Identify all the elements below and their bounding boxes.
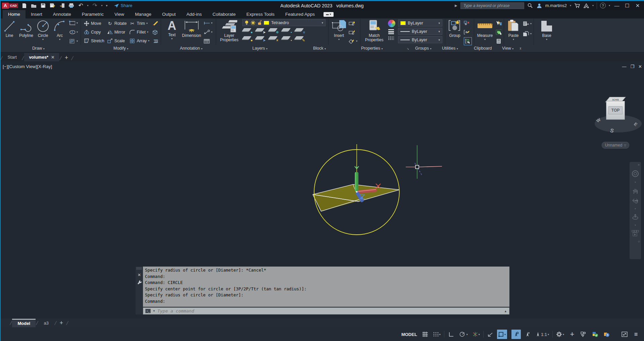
tab-annotate[interactable]: Annotate bbox=[48, 10, 77, 18]
utilities-panel-label[interactable]: Utilities ▾ bbox=[442, 46, 458, 51]
viewcube-top-face[interactable]: TOP bbox=[608, 106, 623, 114]
minimize-button[interactable]: — bbox=[613, 3, 621, 8]
group-edit-button[interactable] bbox=[464, 28, 472, 36]
annotation-panel-label[interactable]: Annotation ▾ bbox=[180, 46, 202, 51]
user-dropdown-icon[interactable]: ▾ bbox=[570, 4, 571, 7]
define-attributes-button[interactable]: ▾ bbox=[349, 38, 357, 45]
command-prompt-icon[interactable]: >_ bbox=[145, 309, 151, 313]
search-icon[interactable] bbox=[527, 3, 533, 9]
object-snap-toggle[interactable]: ▾ bbox=[497, 330, 507, 339]
dimension-button[interactable]: Dimension bbox=[182, 18, 201, 45]
new-drawing-tab-button[interactable]: + bbox=[62, 54, 71, 61]
block-panel-label[interactable]: Block ▾ bbox=[313, 46, 326, 51]
viewport-name-control[interactable]: Unnamed▽ bbox=[602, 142, 629, 149]
navigation-wheel-icon[interactable] bbox=[632, 170, 639, 177]
orbit-icon[interactable] bbox=[632, 214, 639, 220]
annotation-visibility-toggle[interactable] bbox=[511, 330, 521, 339]
layer-dropdown[interactable]: Tetraedro ▾ bbox=[242, 19, 326, 26]
tab-home[interactable]: Home bbox=[3, 10, 26, 18]
command-window-grip-icon[interactable]: ∷∷∷∷∷∷ bbox=[137, 267, 142, 270]
new-file-icon[interactable] bbox=[21, 3, 28, 9]
hatch-dropdown-icon[interactable]: ▾ bbox=[77, 40, 78, 42]
line-button[interactable]: Line bbox=[2, 18, 17, 45]
arc-dropdown-icon[interactable]: ▾ bbox=[59, 39, 60, 41]
tab-view[interactable]: View bbox=[109, 10, 130, 18]
paste-button[interactable]: Paste ▾ bbox=[506, 18, 521, 45]
annotation-scale-button[interactable]: 1:1▾ bbox=[534, 330, 550, 339]
text-button[interactable]: A Text ▾ bbox=[164, 18, 179, 45]
open-folder-icon[interactable] bbox=[31, 3, 37, 9]
circle-dropdown-icon[interactable]: ▾ bbox=[42, 39, 44, 41]
lineweight-dropdown[interactable]: ByLayer ▾ bbox=[398, 28, 442, 35]
measure-dropdown-icon[interactable]: ▾ bbox=[484, 39, 486, 41]
drawing-area[interactable]: [−][Custom View][X-Ray] — ❐ ✕ bbox=[0, 61, 644, 319]
navbar-close-icon[interactable]: ✕ bbox=[637, 163, 640, 167]
scale-button[interactable]: Scale bbox=[107, 37, 127, 45]
viewport-name-dropdown-icon[interactable]: ▽ bbox=[624, 144, 626, 147]
command-history[interactable]: Specify radius of circle or [Diameter]: … bbox=[143, 267, 509, 307]
clean-screen-button[interactable] bbox=[620, 330, 629, 339]
array-dropdown-icon[interactable]: ▾ bbox=[148, 40, 149, 42]
command-window-close-icon[interactable]: ✕ bbox=[138, 273, 141, 277]
stretch-button[interactable]: Stretch bbox=[84, 37, 104, 45]
search-input[interactable] bbox=[460, 2, 524, 9]
ungroup-button[interactable] bbox=[464, 19, 472, 27]
trim-button[interactable]: ✂Trim▾ bbox=[129, 19, 149, 27]
navigation-bar[interactable]: ✕ ▾ ▾ ▾ ⊖ bbox=[630, 162, 641, 259]
explode-icon[interactable] bbox=[152, 28, 158, 36]
leader-button[interactable]: ▾ bbox=[204, 28, 212, 36]
object-color-dropdown[interactable]: ByLayer ▾ bbox=[398, 19, 442, 26]
open-from-mobile-icon[interactable] bbox=[59, 3, 65, 9]
search-expand-icon[interactable]: ▶ bbox=[455, 4, 457, 7]
create-block-button[interactable] bbox=[349, 19, 357, 27]
linear-dimension-dropdown-icon[interactable]: ▾ bbox=[211, 22, 212, 24]
autodesk-dropdown-icon[interactable]: ▾ bbox=[592, 4, 594, 7]
workspace-dropdown-icon[interactable]: ▾ bbox=[563, 333, 564, 336]
properties-panel-launcher-icon[interactable]: ↘ bbox=[407, 46, 409, 51]
navbar-wheel-dropdown-icon[interactable]: ▾ bbox=[635, 181, 636, 184]
file-tab-volumes[interactable]: volumes*✕ bbox=[24, 53, 59, 61]
layer-freeze-tool-icon[interactable]: ❄ bbox=[268, 27, 280, 34]
cut-button[interactable]: ✂▾ bbox=[523, 19, 532, 28]
layer-unlock-tool-icon[interactable]: ▪ bbox=[282, 35, 293, 42]
maximize-button[interactable]: ☐ bbox=[624, 3, 631, 9]
groups-panel-label[interactable]: Groups ▾ bbox=[415, 46, 432, 51]
linetype-dropdown[interactable]: ByLayer ▾ bbox=[398, 36, 442, 43]
redo-dropdown-icon[interactable]: ▾ bbox=[101, 4, 103, 7]
base-dropdown-icon[interactable]: ▾ bbox=[546, 39, 547, 41]
object-color-dropdown-icon[interactable]: ▾ bbox=[439, 21, 440, 25]
object-snap-tracking-toggle[interactable] bbox=[486, 330, 495, 339]
insert-button[interactable]: Insert ▾ bbox=[331, 18, 347, 45]
layer-thaw-tool-icon[interactable]: ☀ bbox=[268, 35, 280, 42]
define-attributes-dropdown-icon[interactable]: ▾ bbox=[356, 40, 357, 42]
modify-panel-label[interactable]: Modify ▾ bbox=[113, 46, 128, 51]
layer-dropdown-icon[interactable]: ▾ bbox=[322, 21, 324, 24]
tab-collaborate[interactable]: Collaborate bbox=[207, 10, 241, 18]
performance-monitor-button[interactable] bbox=[602, 330, 611, 339]
tab-insert[interactable]: Insert bbox=[26, 10, 48, 18]
ribbon-display-toggle[interactable]: ▬▾ bbox=[324, 12, 334, 17]
annotation-scale-dropdown-icon[interactable]: ▾ bbox=[548, 333, 549, 336]
undo-dropdown-icon[interactable]: ▾ bbox=[87, 4, 89, 7]
ribbon-pin-icon[interactable]: ⊼ bbox=[519, 46, 522, 51]
tab-manage[interactable]: Manage bbox=[130, 10, 157, 18]
status-menu-button[interactable]: ≡ bbox=[631, 330, 641, 339]
layer-unisolate-tool-icon[interactable]: ➤ bbox=[255, 35, 266, 42]
move-button[interactable]: Move bbox=[84, 19, 104, 27]
zoom-dropdown-icon[interactable]: ▾ bbox=[635, 207, 636, 210]
layer-properties-button[interactable]: Layer Properties bbox=[219, 18, 240, 45]
table-button[interactable] bbox=[204, 38, 212, 45]
user-avatar-icon[interactable] bbox=[536, 3, 542, 9]
save-icon[interactable] bbox=[40, 3, 46, 9]
command-input[interactable] bbox=[157, 308, 502, 314]
offset-icon[interactable] bbox=[152, 38, 158, 45]
insert-dropdown-icon[interactable]: ▾ bbox=[338, 39, 340, 41]
polar-tracking-toggle[interactable]: ▾ bbox=[458, 330, 469, 339]
ellipse-button[interactable]: ▾ bbox=[69, 28, 78, 36]
qat-customize-icon[interactable]: ▾ bbox=[106, 4, 108, 7]
copy-clip-dropdown-icon[interactable]: ▾ bbox=[530, 33, 532, 35]
copy-clip-button[interactable]: ▾ bbox=[523, 30, 532, 38]
layout-tab-model[interactable]: Model bbox=[12, 319, 36, 327]
lineweight-dropdown-icon[interactable]: ▾ bbox=[439, 30, 440, 33]
match-properties-button[interactable]: Match Properties bbox=[363, 18, 385, 45]
